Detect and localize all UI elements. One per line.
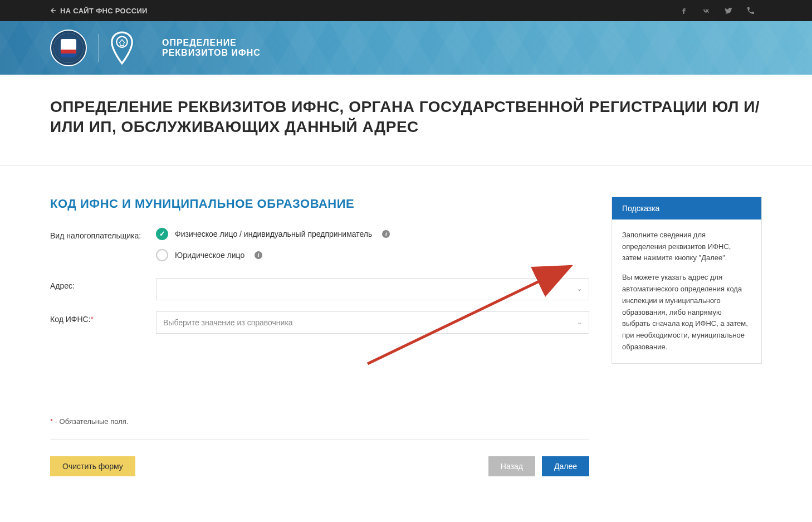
radio-checked-icon (156, 228, 168, 240)
chevron-down-icon: ⌄ (577, 285, 582, 292)
address-row: Адрес: ⌄ (50, 278, 589, 300)
info-icon[interactable]: i (382, 230, 390, 238)
header-title-line2: РЕКВИЗИТОВ ИФНС (162, 48, 261, 58)
hint-p1: Заполните сведения для определения рекви… (622, 230, 751, 264)
back-to-site-link[interactable]: НА САЙТ ФНС РОССИИ (50, 7, 148, 15)
sidebar: Подсказка Заполните сведения для определ… (612, 197, 762, 476)
hint-title: Подсказка (612, 197, 761, 219)
logo-divider (98, 34, 99, 62)
section-heading: КОД ИФНС И МУНИЦИПАЛЬНОЕ ОБРАЗОВАНИЕ (50, 197, 589, 211)
code-label: Код ИФНС:* (50, 311, 156, 324)
arrow-left-icon (50, 8, 56, 13)
facebook-link[interactable] (673, 0, 695, 21)
header-title-line1: ОПРЕДЕЛЕНИЕ (162, 38, 261, 48)
phone-link[interactable] (740, 0, 762, 21)
code-placeholder: Выберите значение из справочника (163, 318, 293, 327)
fns-emblem-logo (50, 30, 87, 66)
required-note: * - Обязательные поля. (50, 417, 589, 426)
location-marker-logo (110, 31, 134, 65)
phone-icon (746, 6, 755, 15)
hint-body: Заполните сведения для определения рекви… (612, 219, 761, 363)
back-button[interactable]: Назад (488, 456, 535, 476)
vk-icon (702, 6, 711, 15)
social-links (673, 0, 762, 21)
header-title: ОПРЕДЕЛЕНИЕ РЕКВИЗИТОВ ИФНС (162, 38, 261, 58)
radio-legal[interactable]: Юридическое лицо i (156, 249, 589, 261)
topbar: НА САЙТ ФНС РОССИИ (0, 0, 812, 21)
taxpayer-label: Вид налогоплательщика: (50, 228, 156, 240)
radio-individual-label: Физическое лицо / индивидуальный предпри… (175, 230, 372, 238)
address-label: Адрес: (50, 278, 156, 290)
twitter-link[interactable] (717, 0, 740, 21)
code-select[interactable]: Выберите значение из справочника ⌄ (156, 311, 589, 334)
facebook-icon (679, 6, 688, 15)
divider (50, 439, 589, 440)
actions: Очистить форму Назад Далее (50, 456, 589, 476)
hint-box: Подсказка Заполните сведения для определ… (612, 197, 762, 364)
address-select[interactable]: ⌄ (156, 278, 589, 300)
code-row: Код ИФНС:* Выберите значение из справочн… (50, 311, 589, 334)
content: КОД ИФНС И МУНИЦИПАЛЬНОЕ ОБРАЗОВАНИЕ Вид… (0, 166, 812, 499)
radio-legal-label: Юридическое лицо (175, 251, 244, 260)
clear-button[interactable]: Очистить форму (50, 456, 135, 476)
next-button[interactable]: Далее (542, 456, 589, 476)
twitter-icon (724, 6, 733, 15)
main-form: КОД ИФНС И МУНИЦИПАЛЬНОЕ ОБРАЗОВАНИЕ Вид… (50, 197, 589, 476)
info-icon[interactable]: i (255, 251, 262, 259)
page-title-section: ОПРЕДЕЛЕНИЕ РЕКВИЗИТОВ ИФНС, ОРГАНА ГОСУ… (0, 75, 812, 166)
radio-unchecked-icon (156, 249, 168, 261)
vk-link[interactable] (695, 0, 717, 21)
header: ОПРЕДЕЛЕНИЕ РЕКВИЗИТОВ ИФНС (0, 21, 812, 75)
chevron-down-icon: ⌄ (577, 319, 582, 326)
hint-p2: Вы можете указать адрес для автоматическ… (622, 272, 751, 353)
page-title: ОПРЕДЕЛЕНИЕ РЕКВИЗИТОВ ИФНС, ОРГАНА ГОСУ… (50, 97, 762, 138)
radio-individual[interactable]: Физическое лицо / индивидуальный предпри… (156, 228, 589, 240)
back-to-site-label: НА САЙТ ФНС РОССИИ (60, 7, 148, 15)
taxpayer-row: Вид налогоплательщика: Физическое лицо /… (50, 228, 589, 261)
required-star: * (91, 315, 94, 324)
taxpayer-radio-group: Физическое лицо / индивидуальный предпри… (156, 228, 589, 261)
